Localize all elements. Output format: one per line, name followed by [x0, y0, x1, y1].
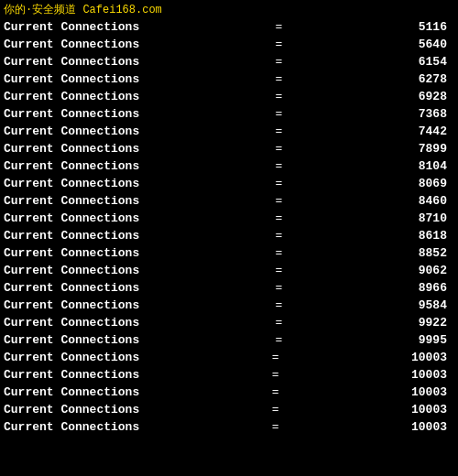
table-row: Current Connections = 8966 — [4, 279, 454, 297]
connection-value: 7442 — [419, 123, 454, 140]
table-row: Current Connections = 7368 — [4, 105, 454, 123]
connection-value: 9584 — [419, 297, 454, 314]
equals-sign: = — [276, 244, 283, 262]
connection-value: 10003 — [411, 349, 454, 366]
equals-sign: = — [276, 314, 283, 331]
table-row: Current Connections = 6154 — [4, 53, 454, 70]
connection-value: 8104 — [419, 157, 454, 175]
connection-label: Current Connections — [4, 88, 139, 105]
equals-sign: = — [276, 105, 283, 123]
connection-label: Current Connections — [4, 53, 139, 70]
table-row: Current Connections = 8710 — [4, 210, 454, 227]
connection-label: Current Connections — [4, 314, 139, 331]
equals-sign: = — [276, 227, 283, 244]
equals-sign: = — [276, 36, 283, 53]
table-row: Current Connections = 9922 — [4, 314, 454, 331]
table-row: Current Connections = 5640 — [4, 36, 454, 53]
equals-sign: = — [272, 349, 279, 366]
connection-value: 5640 — [419, 36, 454, 53]
table-row: Current Connections = 7899 — [4, 140, 454, 157]
connection-value: 8852 — [419, 244, 454, 262]
connection-value: 9922 — [419, 314, 454, 331]
connection-value: 8710 — [419, 210, 454, 227]
equals-sign: = — [272, 384, 279, 401]
connection-value: 10003 — [411, 366, 454, 384]
equals-sign: = — [272, 401, 279, 418]
table-row: Current Connections = 7442 — [4, 123, 454, 140]
table-row: Current Connections = 8460 — [4, 192, 454, 210]
table-row: Current Connections = 10003 — [4, 384, 454, 401]
table-row: Current Connections = 10003 — [4, 366, 454, 384]
equals-sign: = — [276, 157, 283, 175]
table-row: Current Connections = 10003 — [4, 349, 454, 366]
connection-label: Current Connections — [4, 349, 139, 366]
connection-label: Current Connections — [4, 18, 139, 36]
connection-value: 10003 — [411, 418, 454, 436]
table-row: Current Connections = 5116 — [4, 18, 454, 36]
table-row: Current Connections = 10003 — [4, 401, 454, 418]
connection-label: Current Connections — [4, 384, 139, 401]
equals-sign: = — [276, 18, 283, 36]
equals-sign: = — [276, 123, 283, 140]
equals-sign: = — [272, 418, 279, 436]
table-row: Current Connections = 8104 — [4, 157, 454, 175]
connection-label: Current Connections — [4, 36, 139, 53]
watermark: 你的·安全频道 Cafei168.com — [0, 0, 458, 19]
connection-label: Current Connections — [4, 175, 139, 192]
table-row: Current Connections = 9995 — [4, 331, 454, 349]
connection-label: Current Connections — [4, 262, 139, 279]
connection-value: 7368 — [419, 105, 454, 123]
equals-sign: = — [276, 70, 283, 88]
connection-value: 8618 — [419, 227, 454, 244]
equals-sign: = — [276, 331, 283, 349]
connection-label: Current Connections — [4, 70, 139, 88]
equals-sign: = — [276, 140, 283, 157]
connection-value: 10003 — [411, 401, 454, 418]
connection-value: 5116 — [419, 18, 454, 36]
connection-label: Current Connections — [4, 157, 139, 175]
connection-value: 8460 — [419, 192, 454, 210]
equals-sign: = — [276, 262, 283, 279]
table-row: Current Connections = 8852 — [4, 244, 454, 262]
connection-value: 8069 — [419, 175, 454, 192]
connection-value: 10003 — [411, 384, 454, 401]
connection-value: 6278 — [419, 70, 454, 88]
connection-label: Current Connections — [4, 192, 139, 210]
connection-label: Current Connections — [4, 331, 139, 349]
connection-label: Current Connections — [4, 140, 139, 157]
equals-sign: = — [276, 175, 283, 192]
equals-sign: = — [276, 210, 283, 227]
connection-label: Current Connections — [4, 401, 139, 418]
equals-sign: = — [276, 53, 283, 70]
table-row: Current Connections = 8618 — [4, 227, 454, 244]
connection-label: Current Connections — [4, 418, 139, 436]
connection-value: 6154 — [419, 53, 454, 70]
connection-label: Current Connections — [4, 244, 139, 262]
connection-label: Current Connections — [4, 105, 139, 123]
connection-value: 9995 — [419, 331, 454, 349]
connection-label: Current Connections — [4, 227, 139, 244]
table-row: Current Connections = 6928 — [4, 88, 454, 105]
equals-sign: = — [276, 279, 283, 297]
table-row: Current Connections = 8069 — [4, 175, 454, 192]
connection-value: 6928 — [419, 88, 454, 105]
equals-sign: = — [272, 366, 279, 384]
connection-value: 7899 — [419, 140, 454, 157]
table-row: Current Connections = 6278 — [4, 70, 454, 88]
connection-value: 9062 — [419, 262, 454, 279]
table-row: Current Connections = 9062 — [4, 262, 454, 279]
connection-label: Current Connections — [4, 366, 139, 384]
equals-sign: = — [276, 88, 283, 105]
equals-sign: = — [276, 192, 283, 210]
table-row: Current Connections = 10003 — [4, 418, 454, 436]
connection-label: Current Connections — [4, 279, 139, 297]
connection-value: 8966 — [419, 279, 454, 297]
equals-sign: = — [276, 297, 283, 314]
connection-label: Current Connections — [4, 210, 139, 227]
terminal-output: Current Connections = 5116Current Connec… — [0, 0, 458, 438]
connection-label: Current Connections — [4, 297, 139, 314]
connection-label: Current Connections — [4, 123, 139, 140]
table-row: Current Connections = 9584 — [4, 297, 454, 314]
